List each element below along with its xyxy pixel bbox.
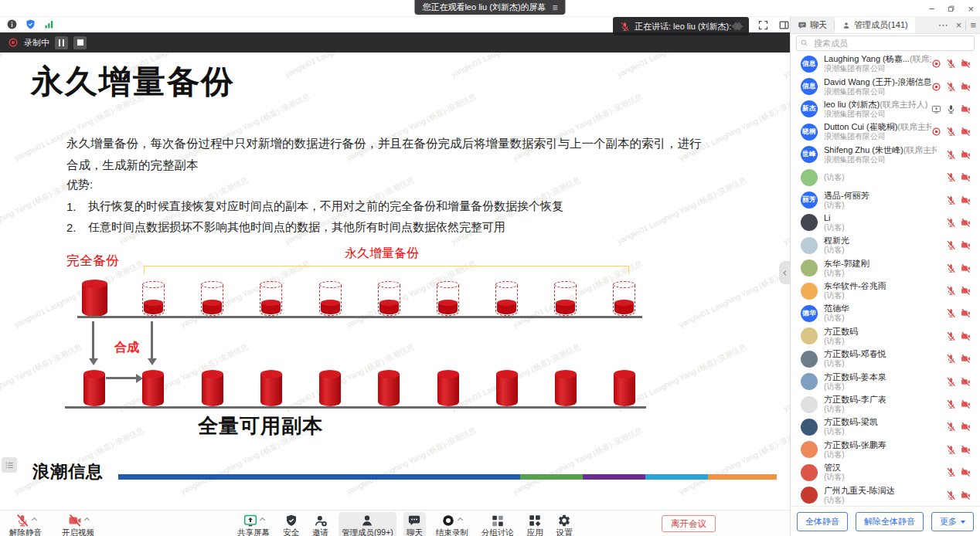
participant-row[interactable]: 德华范德华(访客) [791,302,980,324]
toolbar-cam-off[interactable]: 开启视频 [59,512,97,536]
panel-menu-icon[interactable]: ≡ [966,19,980,31]
cam-off-icon[interactable] [961,331,971,341]
pause-recording-button[interactable] [55,36,68,49]
participant-row[interactable]: 方正数码-姜本泉(访客) [791,370,980,392]
toolbar-shield[interactable]: 安全 [280,512,302,536]
participant-row[interactable]: 方正数码(访客) [791,325,980,348]
chevron-up-icon[interactable] [458,517,463,523]
toolbar-invite[interactable]: 邀请 [309,512,332,536]
cam-off-icon[interactable] [961,82,971,92]
mic-off-icon[interactable] [946,308,956,318]
cam-off-icon[interactable] [961,467,971,477]
participant-row[interactable]: 东华软件-谷兆雨(访客) [791,280,980,302]
cam-off-icon[interactable] [961,240,971,250]
mic-off-icon[interactable] [946,240,956,250]
search-input[interactable] [796,36,975,51]
participant-row[interactable]: 方正数码-张鹏寿(访客) [791,439,980,461]
cam-off-icon[interactable] [961,445,971,455]
toolbar-share-screen[interactable]: 共享屏幕 [234,512,273,536]
toolbar-chat[interactable]: 聊天 [403,512,426,536]
participant-row[interactable]: 方正数码-梁凯(访客) [791,416,980,438]
watching-banner[interactable]: 您正在观看leo liu (刘新杰)的屏幕 ≡ [414,0,565,15]
mic-off-icon[interactable] [946,490,956,500]
mic-off-icon[interactable] [946,445,956,455]
cam-off-icon[interactable] [961,127,971,137]
toolbar-gear[interactable]: 设置 [553,512,576,536]
mic-off-icon[interactable] [946,127,956,137]
unmute-all-button[interactable]: 解除全体静音 [856,512,924,531]
participant-row[interactable]: (访客) [791,166,980,188]
mic-off-icon[interactable] [946,195,956,205]
toolbar-breakout[interactable]: 分组讨论 [478,512,517,536]
participant-row[interactable]: 丽芳遇品-何丽芳(访客) [791,188,980,211]
mic-off-icon[interactable] [946,422,956,432]
mic-off-icon[interactable] [946,82,956,92]
mic-off-icon[interactable] [946,467,956,477]
side-panel-toggle-icon[interactable] [778,19,790,31]
cam-off-icon[interactable] [961,354,971,364]
close-button[interactable]: × [968,3,974,15]
screen-share-sm-icon[interactable] [931,104,941,114]
mic-off-icon[interactable] [946,399,956,409]
toolbar-member[interactable]: 管理成员(99+) [339,512,396,536]
more-button[interactable]: 更多 [931,512,974,531]
fullscreen-icon[interactable] [757,19,769,31]
mic-off-icon[interactable] [946,354,956,364]
restore-button[interactable] [947,5,955,13]
participant-row[interactable]: 信息David Wang (王开)-浪潮信息(主持人)浪潮集团有限公司 [791,75,980,97]
cam-off-icon[interactable] [961,422,971,432]
cam-off-icon[interactable] [961,377,971,387]
participant-row[interactable]: 晓桐Dutton Cui (崔晓桐)(联席主持人)浪潮集团有限公司 [791,120,980,143]
participant-row[interactable]: 新杰leo liu (刘新杰)(联席主持人)浪潮集团有限公司 [791,98,980,120]
banner-menu-icon[interactable]: ≡ [553,2,558,13]
cam-off-icon[interactable] [961,263,971,273]
participant-row[interactable]: 信息Laughing Yang (杨嘉...(联席主持人, 我)浪潮集团有限公司 [791,53,980,75]
record-icon[interactable] [931,82,941,92]
network-signal-icon[interactable] [43,19,55,30]
cam-off-icon[interactable] [961,150,971,160]
leave-meeting-button[interactable]: 离开会议 [662,515,716,532]
mic-off-icon[interactable] [946,263,956,273]
cam-off-icon[interactable] [961,218,971,228]
mic-off-icon[interactable] [946,286,956,296]
security-shield-icon[interactable] [25,19,36,30]
participant-row[interactable]: 管汉(访客) [791,461,980,483]
participant-row[interactable]: 程新光(访客) [791,234,980,256]
mic-off-icon[interactable] [946,331,956,341]
cam-off-icon[interactable] [961,399,971,409]
mic-off-icon[interactable] [946,218,956,228]
participant-row[interactable]: 东华-郭建刚(访客) [791,257,980,280]
record-icon[interactable] [931,127,941,137]
mute-all-button[interactable]: 全体静音 [797,512,848,531]
cam-off-icon[interactable] [961,308,971,318]
mic-off-icon[interactable] [946,172,956,182]
panel-collapse-handle[interactable] [779,261,790,284]
mic-on-icon[interactable] [946,104,956,114]
chevron-up-icon[interactable] [259,517,264,523]
meeting-info-icon[interactable] [6,19,18,30]
panel-tab-chat[interactable]: 聊天 [791,17,834,33]
mic-off-icon[interactable] [946,59,956,69]
cam-off-icon[interactable] [961,490,971,500]
participant-row[interactable]: Li(访客) [791,212,980,234]
cam-off-icon[interactable] [961,172,971,182]
panel-more-button[interactable]: ⋯ [934,19,952,31]
toolbar-mic-off[interactable]: 解除静音 [6,512,45,536]
mic-off-icon[interactable] [946,377,956,387]
annotation-toolbar-button[interactable] [2,457,17,473]
participant-row[interactable]: 广州九重天-陈润达(访客) [791,483,980,506]
chevron-up-icon[interactable] [83,517,89,523]
cam-off-icon[interactable] [961,195,971,205]
participant-row[interactable]: 方正数码-李广表(访客) [791,393,980,416]
toolbar-apps[interactable]: 应用 [524,512,546,536]
toolbar-stop-record[interactable]: 结束录制 [433,512,471,536]
panel-close-button[interactable]: × [952,19,966,31]
cam-off-icon[interactable] [961,286,971,296]
cam-off-icon[interactable] [961,59,971,69]
record-icon[interactable] [931,59,941,69]
participant-row[interactable]: 世峰Shifeng Zhu (朱世峰)(联席主持人)浪潮集团有限公司 [791,144,980,166]
panel-tab-members[interactable]: 管理成员(141) [835,17,915,33]
stop-recording-button[interactable] [73,36,87,49]
chevron-up-icon[interactable] [31,517,36,523]
mic-off-icon[interactable] [946,150,956,160]
